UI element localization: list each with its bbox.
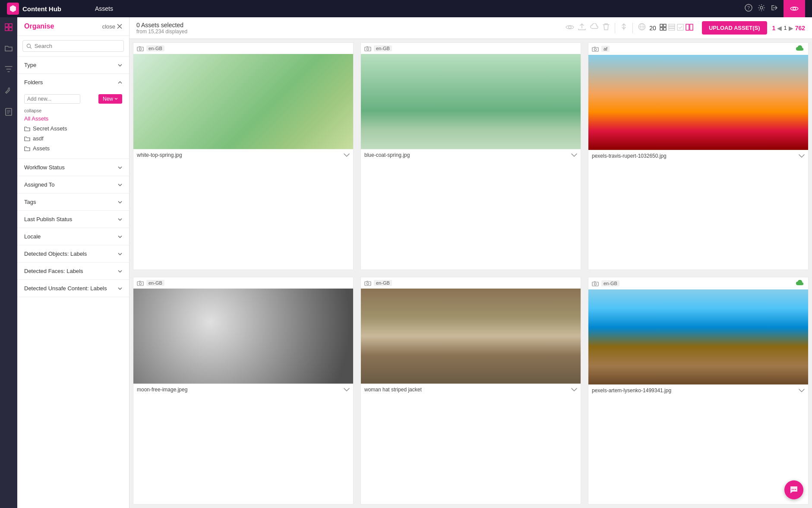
svg-rect-23 — [690, 24, 693, 30]
collapse-link[interactable]: collapse — [24, 107, 122, 114]
prev-page-button[interactable]: ◀ — [777, 25, 782, 32]
asset-image[interactable] — [361, 289, 581, 384]
filter-detected-objects-header[interactable]: Detected Objects: Labels — [17, 245, 129, 262]
asset-card-footer: blue-coat-spring.jpg — [361, 149, 581, 161]
folder-assets-icon — [24, 146, 30, 151]
filter-tags-header[interactable]: Tags — [17, 194, 129, 210]
cloud-icon — [795, 45, 805, 52]
svg-rect-8 — [9, 28, 12, 31]
filter-locale-label: Locale — [24, 233, 41, 240]
grid-view-icon[interactable] — [660, 24, 667, 32]
asset-locale: en-GB — [601, 280, 619, 286]
filter-detected-faces-header[interactable]: Detected Faces: Labels — [17, 263, 129, 279]
asset-card-meta: en-GB — [364, 280, 392, 286]
asset-locale: en-GB — [374, 45, 392, 51]
sidebar-icons — [0, 0, 17, 508]
asset-image[interactable] — [588, 289, 808, 384]
assets-folder-label: Assets — [33, 145, 50, 152]
logo-area: Content Hub — [0, 3, 86, 15]
folder-item-asdf[interactable]: asdf — [24, 133, 122, 143]
assets-selected-count: 0 Assets selected — [136, 22, 560, 29]
filter-publish-header[interactable]: Last Publish Status — [17, 211, 129, 228]
expand-icon[interactable] — [799, 153, 805, 159]
asset-card[interactable]: en-GB white-top-spring.jpg — [133, 42, 354, 270]
detected-objects-chevron-icon — [118, 253, 122, 255]
sidebar-item-folder[interactable] — [3, 43, 14, 55]
asset-image[interactable] — [588, 55, 808, 150]
filter-tags-label: Tags — [24, 199, 36, 205]
settings-button[interactable] — [758, 4, 765, 13]
asset-image[interactable] — [133, 54, 353, 149]
expand-icon[interactable] — [344, 152, 350, 158]
asset-card[interactable]: en-GB woman hat striped jacket — [360, 277, 581, 505]
detail-view-icon[interactable] — [686, 24, 693, 32]
filter-folders-header[interactable]: Folders — [17, 74, 129, 91]
new-folder-button[interactable]: New — [98, 94, 122, 104]
help-button[interactable]: ? — [745, 4, 752, 13]
expand-icon[interactable] — [571, 387, 577, 393]
filter-assigned-header[interactable]: Assigned To — [17, 176, 129, 193]
sidebar-item-grid[interactable] — [3, 22, 14, 35]
expand-icon[interactable] — [799, 387, 805, 394]
filter-locale-header[interactable]: Locale — [17, 228, 129, 245]
asset-card-header: af — [588, 43, 808, 55]
filter-assigned-label: Assigned To — [24, 181, 55, 188]
asset-card[interactable]: af pexels-travis-rupert-1032650.jpg — [588, 42, 809, 270]
delete-toolbar-icon[interactable] — [603, 23, 610, 33]
pagination: 1 ◀ 1 ▶ 762 — [772, 25, 805, 32]
svg-rect-15 — [664, 24, 666, 27]
asset-card[interactable]: en-GB blue-coat-spring.jpg — [360, 42, 581, 270]
svg-rect-28 — [592, 48, 598, 51]
svg-rect-26 — [365, 47, 371, 51]
filter-close-button[interactable]: close — [102, 23, 122, 30]
asset-card[interactable]: en-GB pexels-artem-lysenko-1499341.jpg — [588, 277, 809, 505]
sidebar-item-filter[interactable] — [3, 64, 14, 76]
filter-section-detected-unsafe: Detected Unsafe Content: Labels — [17, 280, 129, 297]
search-input[interactable] — [35, 43, 120, 49]
asset-image[interactable] — [361, 54, 581, 149]
sidebar-item-tools[interactable] — [3, 85, 14, 98]
filter-panel: Organise close Type Folders New — [17, 17, 130, 508]
chat-bubble[interactable] — [784, 480, 803, 499]
globe-toolbar-icon[interactable] — [638, 23, 646, 33]
asset-card-meta: en-GB — [137, 280, 164, 286]
page-title: Assets — [86, 5, 745, 12]
camera-icon — [592, 281, 599, 286]
logout-button[interactable] — [771, 4, 778, 13]
svg-rect-22 — [686, 24, 689, 30]
filter-workflow-header[interactable]: Workflow Status — [17, 159, 129, 176]
svg-point-37 — [793, 489, 794, 490]
folder-item-secret-assets[interactable]: Secret Assets — [24, 124, 122, 133]
logo-icon — [7, 3, 19, 15]
upload-toolbar-icon[interactable] — [578, 23, 586, 33]
assigned-chevron-icon — [118, 184, 122, 186]
filter-type-header[interactable]: Type — [17, 57, 129, 73]
asset-image[interactable] — [133, 289, 353, 384]
page-current-2: 1 — [784, 25, 787, 31]
folder-item-all-assets[interactable]: All Assets — [24, 114, 122, 124]
filter-detected-objects-label: Detected Objects: Labels — [24, 251, 87, 257]
folder-item-assets[interactable]: Assets — [24, 143, 122, 153]
sort-toolbar-icon[interactable] — [620, 23, 627, 33]
check-view-icon[interactable] — [677, 24, 684, 32]
next-page-button[interactable]: ▶ — [789, 25, 793, 32]
workflow-chevron-icon — [118, 166, 122, 169]
list-view-icon[interactable] — [668, 24, 675, 32]
asdf-label: asdf — [33, 135, 44, 142]
eye-toolbar-icon[interactable] — [566, 23, 574, 32]
upload-assets-button[interactable]: UPLOAD ASSET(S) — [702, 21, 767, 35]
folder-secret-icon — [24, 126, 30, 131]
add-folder-input[interactable] — [24, 94, 80, 104]
cloud-toolbar-icon[interactable] — [590, 23, 599, 32]
filter-workflow-label: Workflow Status — [24, 164, 65, 171]
expand-icon[interactable] — [571, 152, 577, 158]
asset-card[interactable]: en-GB moon-free-image.jpeg — [133, 277, 354, 505]
expand-icon[interactable] — [344, 387, 350, 393]
filter-type-label: Type — [24, 62, 36, 68]
sidebar-item-book[interactable] — [3, 106, 14, 119]
filter-section-detected-faces: Detected Faces: Labels — [17, 263, 129, 280]
filter-detected-unsafe-header[interactable]: Detected Unsafe Content: Labels — [17, 280, 129, 297]
svg-rect-14 — [660, 24, 663, 27]
filter-folders-label: Folders — [24, 79, 43, 86]
preview-button[interactable] — [784, 0, 805, 17]
